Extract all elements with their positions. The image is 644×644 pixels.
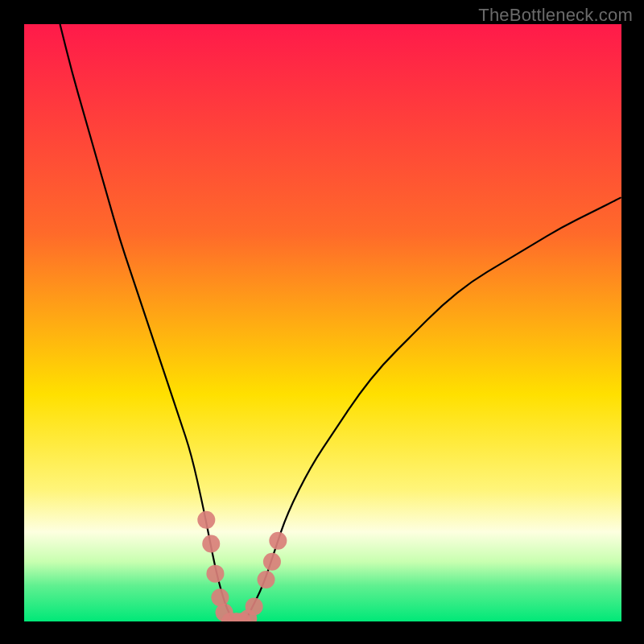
marker-dot [197, 511, 215, 529]
marker-dot [202, 535, 220, 553]
marker-dot [211, 588, 229, 606]
gradient-background [24, 24, 621, 621]
attribution-text: TheBottleneck.com [478, 5, 633, 26]
marker-dot [246, 597, 263, 615]
marker-dot [258, 571, 275, 588]
marker-dot [269, 532, 287, 550]
bottleneck-chart [24, 24, 621, 621]
chart-container: { "attribution": "TheBottleneck.com", "c… [0, 0, 644, 644]
marker-dot [206, 565, 224, 583]
marker-dot [263, 553, 281, 571]
